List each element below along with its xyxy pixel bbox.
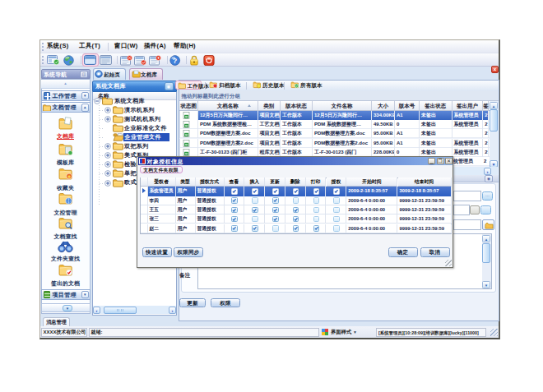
svg-text:?: ? [173, 56, 177, 64]
